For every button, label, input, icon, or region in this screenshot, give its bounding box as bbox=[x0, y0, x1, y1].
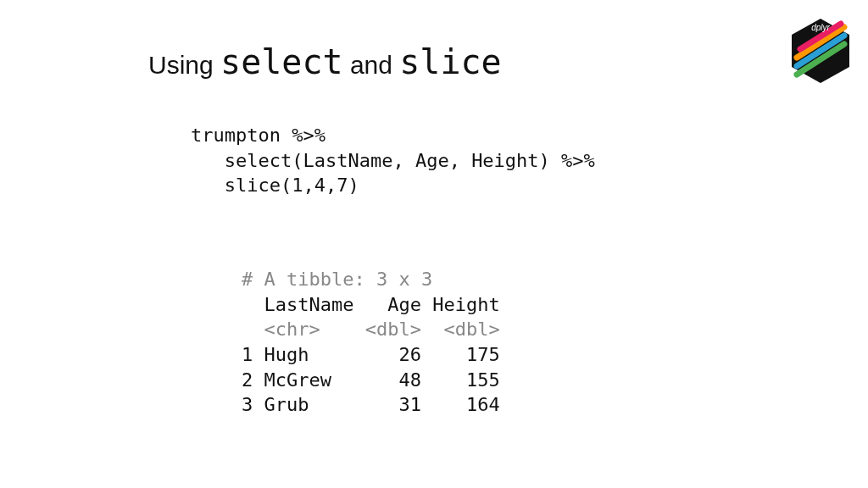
dplyr-hex-logo: dplyr bbox=[790, 17, 851, 88]
output-column-types: <chr> <dbl> <dbl> bbox=[242, 319, 500, 340]
code-line-2: select(LastName, Age, Height) %>% bbox=[191, 150, 595, 171]
output-tibble-header: # A tibble: 3 x 3 bbox=[242, 269, 432, 290]
title-word-using: Using bbox=[148, 51, 214, 79]
slide-title: Using select and slice bbox=[148, 42, 502, 81]
code-block: trumpton %>% select(LastName, Age, Heigh… bbox=[191, 123, 595, 198]
logo-label: dplyr bbox=[811, 23, 830, 32]
output-block: # A tibble: 3 x 3 LastName Age Height <c… bbox=[242, 267, 500, 418]
title-code-select: select bbox=[220, 42, 343, 81]
code-line-1: trumpton %>% bbox=[191, 125, 326, 146]
output-column-header: LastName Age Height bbox=[242, 294, 500, 315]
code-line-3: slice(1,4,7) bbox=[191, 175, 359, 196]
title-word-and: and bbox=[350, 51, 399, 79]
output-row-1: 1 Hugh 26 175 bbox=[242, 344, 500, 365]
title-code-slice: slice bbox=[399, 42, 501, 81]
output-row-2: 2 McGrew 48 155 bbox=[242, 369, 500, 391]
output-row-3: 3 Grub 31 164 bbox=[242, 394, 500, 415]
